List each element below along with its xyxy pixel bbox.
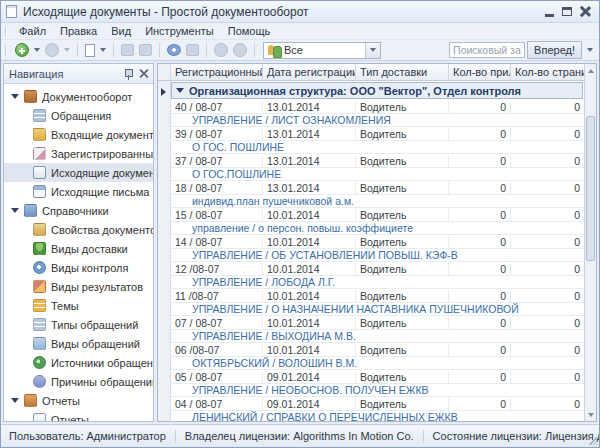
group-expander-icon[interactable] — [176, 88, 184, 93]
row-subject[interactable]: УПРАВЛЕНИЕ / ОБ УСТАНОВЛЕНИИ ПОВЫШ. КЭФ-… — [171, 249, 584, 262]
navigate-forward-button[interactable] — [43, 41, 61, 59]
cell-pages: 0 — [511, 236, 584, 248]
menu-item-3[interactable]: Инструменты — [138, 24, 221, 38]
resize-grip[interactable] — [586, 434, 597, 445]
nav-item-0-3[interactable]: Исходящие документы — [4, 163, 153, 182]
toolbar-overflow-arrow[interactable] — [587, 48, 593, 52]
row-subject[interactable]: управление / о персон. повыш. коэффициет… — [171, 222, 584, 235]
table-row[interactable]: 06 /08-0710.01.2014Водитель00 — [171, 343, 584, 357]
row-subject[interactable]: индивид.план пушечниковой а.м. — [171, 195, 584, 208]
toolbar-separator — [206, 43, 207, 57]
row-subject[interactable]: О ГОС.ПОШЛИНЕ — [171, 168, 584, 181]
view-button[interactable] — [165, 41, 183, 59]
nav-item-0-0[interactable]: Обращения — [4, 106, 153, 125]
menu-item-1[interactable]: Правка — [53, 24, 104, 38]
nav-item-label: Зарегистрированные ... — [51, 148, 153, 160]
nav-item-label: Свойства документов — [51, 224, 153, 236]
nav-item-label: Причины обращений — [51, 376, 153, 388]
nav-item-1-3[interactable]: Виды результатов — [4, 277, 153, 296]
nav-item-0-2[interactable]: Зарегистрированные ... — [4, 144, 153, 163]
cell-pages: 0 — [511, 371, 584, 383]
cell-date: 10.01.2014 — [263, 344, 356, 356]
row-subject[interactable]: УПРАВЛЕНИЕ / ЛОБОДА Л.Г. — [171, 276, 584, 289]
table-row[interactable]: 05 / 08-0709.01.2014Водитель00 — [171, 370, 584, 384]
nav-item-1-0[interactable]: Свойства документов — [4, 220, 153, 239]
table-row[interactable]: 11 /08-0710.01.2014Водитель00 — [171, 289, 584, 303]
cell-attachments: 0 — [449, 155, 511, 167]
column-header-pages[interactable]: Кол-во страниц — [511, 64, 584, 80]
column-header-delivery-type[interactable]: Тип доставки — [356, 64, 449, 80]
pin-icon[interactable] — [123, 68, 133, 80]
forward-dropdown-arrow[interactable] — [64, 48, 70, 52]
delete-button[interactable] — [184, 41, 201, 59]
nav-item-1-8[interactable]: Причины обращений — [4, 372, 153, 391]
cell-delivery: Водитель — [356, 371, 449, 383]
row-subject[interactable]: УПРАВЛЕНИЕ / ВЫХОДИНА М.В. — [171, 330, 584, 343]
edit-icon — [121, 44, 134, 56]
group-row[interactable]: Организационная структура: ООО "Вектор",… — [171, 82, 583, 99]
vertical-scrollbar[interactable] — [584, 64, 596, 421]
column-header-attachments[interactable]: Кол-во прило... — [449, 64, 511, 80]
search-input[interactable] — [449, 42, 525, 58]
column-header-reg-number[interactable]: Регистрационный... — [171, 64, 263, 80]
row-subject[interactable]: ОКТЯБРЬСКИЙ / ВОЛОШИН В.М. — [171, 357, 584, 370]
minimize-button[interactable] — [540, 4, 558, 19]
table-row[interactable]: 07 / 08-0710.01.2014Водитель00 — [171, 316, 584, 330]
toolbar-separator — [254, 43, 255, 57]
nav-item-0-4[interactable]: Исходящие письма — [4, 182, 153, 201]
nav-item-1-7[interactable]: Источники обращений — [4, 353, 153, 372]
row-subject[interactable]: О ГОС. ПОШЛИНЕ — [171, 141, 584, 154]
cell-reg: 40 / 08-07 — [171, 101, 263, 113]
next-record-button[interactable] — [231, 41, 249, 59]
table-row[interactable]: 39 / 08-0713.01.2014Водитель00 — [171, 127, 584, 141]
nav-section-0[interactable]: Документооборот — [4, 87, 153, 106]
menu-item-4[interactable]: Помощь — [221, 24, 278, 38]
filter-combo-dropdown[interactable] — [365, 43, 380, 58]
nav-item-1-5[interactable]: Типы обращений — [4, 315, 153, 334]
scroll-up-button[interactable] — [585, 64, 596, 77]
close-button[interactable] — [576, 4, 594, 19]
nav-item-1-4[interactable]: Темы — [4, 296, 153, 315]
nav-item-0-1[interactable]: Входящие документы — [4, 125, 153, 144]
menu-item-2[interactable]: Вид — [104, 24, 138, 38]
row-subject[interactable]: УПРАВЛЕНИЕ / ЛИСТ ОЗНАКОМЛЕНИЯ — [171, 114, 584, 127]
row-subject[interactable]: УПРАВЛЕНИЕ / НЕОБОСНОВ. ПОЛУЧЕН ЕЖКВ — [171, 384, 584, 397]
navigation-title: Навигация — [9, 68, 123, 80]
table-row[interactable]: 04 / 08-0709.01.2014Водитель00 — [171, 397, 584, 411]
nav-section-2[interactable]: Отчеты — [4, 391, 153, 410]
table-row[interactable]: 18 / 08-0713.01.2014Водитель00 — [171, 181, 584, 195]
expander-icon[interactable] — [11, 398, 19, 403]
panel-close-icon[interactable] — [139, 69, 148, 78]
scrollbar-thumb[interactable] — [586, 116, 595, 261]
nav-item-1-2[interactable]: Виды контроля — [4, 258, 153, 277]
maximize-button[interactable] — [558, 4, 576, 19]
nav-item-1-6[interactable]: Виды обращений — [4, 334, 153, 353]
table-row[interactable]: 37 / 08-0713.01.2014Водитель00 — [171, 154, 584, 168]
table-row[interactable]: 12 /08-0710.01.2014Водитель00 — [171, 262, 584, 276]
expander-icon[interactable] — [11, 94, 19, 99]
row-subject[interactable]: УПРАВЛЕНИЕ / О НАЗНАЧЕНИИ НАСТАВНИКА ПУШ… — [171, 303, 584, 316]
scroll-down-button[interactable] — [585, 408, 596, 421]
column-header-reg-date[interactable]: Дата регистрации — [263, 64, 356, 80]
table-icon — [33, 109, 46, 122]
copy-button[interactable] — [137, 41, 154, 59]
nav-item-2-0[interactable]: Отчеты — [4, 410, 153, 421]
table-row[interactable]: 40 / 08-0713.01.2014Водитель00 — [171, 100, 584, 114]
table-row[interactable]: 14 / 08-0710.01.2014Водитель00 — [171, 235, 584, 249]
current-row-arrow-icon — [161, 88, 166, 96]
prev-record-button[interactable] — [212, 41, 230, 59]
search-go-button[interactable]: Вперед! — [527, 41, 582, 59]
nav-item-1-1[interactable]: Виды доставки — [4, 239, 153, 258]
nav-section-1[interactable]: Справочники — [4, 201, 153, 220]
add-document-button[interactable] — [13, 41, 31, 59]
menu-item-0[interactable]: Файл — [12, 24, 53, 38]
new-document-button[interactable] — [83, 41, 97, 59]
add-dropdown-arrow[interactable] — [34, 48, 40, 52]
new-document-dropdown-arrow[interactable] — [100, 48, 106, 52]
row-subject[interactable]: ЛЕНИНСКИЙ / СПРАВКИ О ПЕРЕЧИСЛЕННЫХ ЕЖКВ — [171, 411, 584, 421]
expander-icon[interactable] — [11, 208, 19, 213]
table-row[interactable]: 15 / 08-0710.01.2014Водитель00 — [171, 208, 584, 222]
filter-combo[interactable]: Все — [263, 42, 381, 59]
edit-button[interactable] — [119, 41, 136, 59]
toolbar: Все Вперед! — [1, 40, 599, 61]
